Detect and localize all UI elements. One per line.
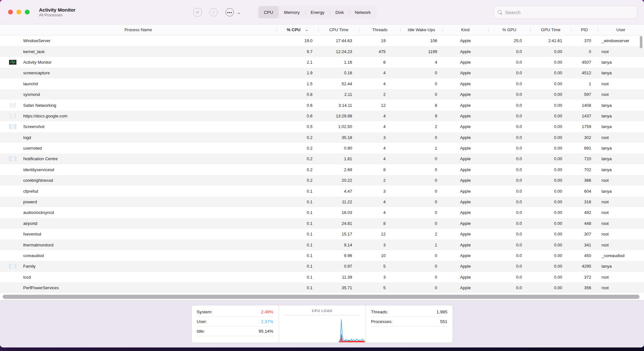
column-header-gpu[interactable]: % GPU xyxy=(488,24,530,35)
cell-cpu_time: 20.22 xyxy=(318,178,359,183)
cell-threads: 4 xyxy=(359,124,400,129)
cell-idle: 0 xyxy=(400,264,442,269)
table-row[interactable]: https://docs.google.com0.613:29.9849Appl… xyxy=(0,111,644,121)
cell-kind: Apple xyxy=(442,135,488,140)
close-window-button[interactable] xyxy=(8,10,13,14)
cell-threads: 3 xyxy=(359,243,400,247)
cell-pid: 1437 xyxy=(571,114,598,118)
vertical-scrollbar-thumb[interactable] xyxy=(640,36,642,48)
inspect-process-icon[interactable]: i xyxy=(209,8,218,16)
chevron-down-icon[interactable]: ⌄ xyxy=(236,10,241,15)
table-row[interactable]: cfprefsd0.14.4730Apple0.00.00604tanya xyxy=(0,186,644,196)
cell-cpu: 0.1 xyxy=(276,243,318,247)
tab-cpu[interactable]: CPU xyxy=(258,6,279,18)
table-row[interactable]: thermalmonitord0.19.1431Apple0.00.00341r… xyxy=(0,239,644,250)
cell-kind: Apple xyxy=(442,232,488,236)
cell-gpu: 0.0 xyxy=(488,81,530,86)
cell-pid: 702 xyxy=(571,167,598,172)
app-icon xyxy=(9,124,16,129)
system-value: 2.49% xyxy=(261,309,273,314)
cell-idle: 106 xyxy=(400,38,442,43)
column-header-pid[interactable]: PID xyxy=(571,24,598,35)
table-row[interactable]: Screenshot0.51:02.5042Apple0.00.001759ta… xyxy=(0,121,644,132)
cell-user: root xyxy=(598,243,644,247)
cell-cpu: 0.5 xyxy=(276,124,318,129)
column-header-cpu[interactable]: % CPU⌄ xyxy=(276,24,318,35)
cell-gpu_time: 0.00 xyxy=(530,189,571,194)
table-row[interactable]: fseventsd0.115.17122Apple0.00.00307root xyxy=(0,229,644,239)
search-field[interactable] xyxy=(494,5,637,19)
cell-name: sysmond xyxy=(0,92,276,97)
cell-kind: Apple xyxy=(442,49,488,54)
cell-pid: 366 xyxy=(571,178,598,183)
cell-cpu_time: 3:14.11 xyxy=(318,103,359,108)
column-header-gpu_time[interactable]: GPU Time xyxy=(530,24,571,35)
cell-pid: 0 xyxy=(571,49,598,54)
table-row[interactable]: kernel_task9.712:24.234751199Apple0.00.0… xyxy=(0,46,644,57)
table-row[interactable]: tccd0.111.3930Apple0.00.00372root xyxy=(0,272,644,282)
table-row[interactable]: PerfPowerServices0.135.7150Apple0.00.003… xyxy=(0,282,644,293)
table-row[interactable]: coreaudiod0.19.96100Apple0.00.00450_core… xyxy=(0,250,644,261)
cell-kind: Apple xyxy=(442,210,488,215)
table-row[interactable]: Family0.10.9750Apple0.00.004295tanya xyxy=(0,261,644,272)
cell-name: cfprefsd xyxy=(0,189,276,194)
cell-threads: 4 xyxy=(359,146,400,151)
table-row[interactable]: Activity Monitor2.11.1664Apple0.00.00450… xyxy=(0,57,644,68)
quit-process-icon[interactable] xyxy=(193,8,202,16)
cell-cpu_time: 12:24.23 xyxy=(318,49,359,54)
table-row[interactable]: Notification Centre0.21.8140Apple0.00.00… xyxy=(0,153,644,164)
cell-threads: 5 xyxy=(359,264,400,269)
table-row[interactable]: airportd0.124.8180Apple0.00.00448root xyxy=(0,218,644,229)
cell-name: WindowServer xyxy=(0,38,276,43)
minimize-window-button[interactable] xyxy=(16,10,21,14)
table-row[interactable]: usernoted0.20.9041Apple0.00.00691tanya xyxy=(0,143,644,153)
horizontal-scrollbar[interactable] xyxy=(0,293,644,300)
tab-energy[interactable]: Energy xyxy=(305,6,330,18)
cell-gpu_time: 0.00 xyxy=(530,199,571,204)
tab-memory[interactable]: Memory xyxy=(279,6,305,18)
table-row[interactable]: corebrightnessd0.220.2220Apple0.00.00366… xyxy=(0,175,644,186)
table-row[interactable]: Safari Networking0.63:14.11126Apple0.00.… xyxy=(0,100,644,110)
cpu-load-graph xyxy=(279,315,365,342)
cell-threads: 4 xyxy=(359,210,400,215)
table-row[interactable]: WindowServer19.017:44.6319106Apple25.02:… xyxy=(0,35,644,46)
table-row[interactable]: launchd1.552.4440Apple0.00.001root xyxy=(0,79,644,89)
cell-cpu_time: 17:44.63 xyxy=(318,38,359,43)
more-options-icon[interactable]: ••• xyxy=(226,8,234,16)
column-header-name[interactable]: Process Name xyxy=(0,24,276,35)
table-row[interactable]: powerd0.111.2240Apple0.00.00316root xyxy=(0,197,644,207)
table-row[interactable]: screencapture1.90.1640Apple0.00.004512ta… xyxy=(0,68,644,78)
search-input[interactable] xyxy=(505,10,633,15)
horizontal-scrollbar-thumb[interactable] xyxy=(3,295,639,299)
sort-chevron-icon: ⌄ xyxy=(304,28,309,32)
cell-kind: Apple xyxy=(442,253,488,258)
cell-gpu: 0.0 xyxy=(488,178,530,183)
table-row[interactable]: sysmond0.82.1120Apple0.00.00597root xyxy=(0,89,644,100)
column-header-idle[interactable]: Idle Wake-Ups xyxy=(400,24,442,35)
table-row[interactable]: audioclocksyncd0.116.0340Apple0.00.00492… xyxy=(0,207,644,218)
tab-disk[interactable]: Disk xyxy=(330,6,349,18)
cell-threads: 4 xyxy=(359,156,400,161)
cell-pid: 372 xyxy=(571,275,598,280)
footer: System: 2.49% User: 2.37% Idle: 95.14% C… xyxy=(0,300,644,347)
cell-user: root xyxy=(598,135,644,140)
table-row[interactable]: logd0.235.1830Apple0.00.00302root xyxy=(0,132,644,143)
cell-kind: Apple xyxy=(442,221,488,226)
cell-cpu_time: 35.71 xyxy=(318,285,359,290)
column-header-threads[interactable]: Threads xyxy=(359,24,400,35)
cell-cpu_time: 1.81 xyxy=(318,156,359,161)
cell-gpu: 0.0 xyxy=(488,285,530,290)
zoom-window-button[interactable] xyxy=(25,10,30,14)
cell-user: tanya xyxy=(598,114,644,118)
tab-network[interactable]: Network xyxy=(349,6,376,18)
activity-monitor-app-icon xyxy=(9,60,16,65)
column-header-user[interactable]: User xyxy=(598,24,644,35)
table-row[interactable]: identityservicesd0.22.6980Apple0.00.0070… xyxy=(0,164,644,175)
cell-threads: 2 xyxy=(359,92,400,97)
cell-gpu_time: 0.00 xyxy=(530,253,571,258)
cell-gpu: 0.0 xyxy=(488,114,530,118)
cell-name: launchd xyxy=(0,81,276,86)
column-header-cpu_time[interactable]: CPU Time xyxy=(318,24,359,35)
cell-gpu: 25.0 xyxy=(488,38,530,43)
column-header-kind[interactable]: Kind xyxy=(442,24,488,35)
